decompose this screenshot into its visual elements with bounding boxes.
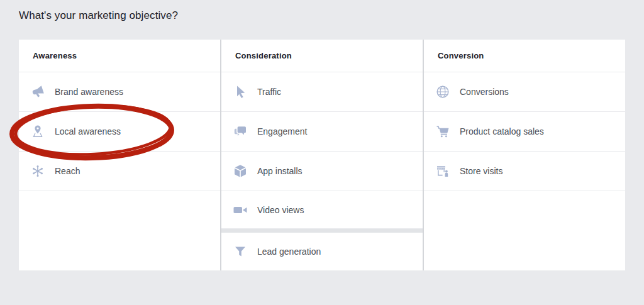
column-conversion: ConversionConversionsProduct catalog sal… <box>424 40 625 270</box>
objective-item-conversions[interactable]: Conversions <box>424 72 625 112</box>
column-awareness: AwarenessBrand awarenessLocal awarenessR… <box>19 40 220 270</box>
objective-table: AwarenessBrand awarenessLocal awarenessR… <box>19 40 625 270</box>
location-pin-icon <box>30 124 45 139</box>
empty-cell <box>424 191 625 270</box>
objective-item-reach[interactable]: Reach <box>19 152 220 191</box>
objective-item-app-installs[interactable]: App installs <box>221 152 423 191</box>
cursor-icon <box>233 84 248 99</box>
objective-item-video-views[interactable]: Video views <box>221 191 423 229</box>
globe-icon <box>435 84 450 99</box>
page-title: What's your marketing objective? <box>19 8 178 23</box>
objective-item-label: Engagement <box>257 126 307 136</box>
objective-item-product-catalog-sales[interactable]: Product catalog sales <box>424 112 625 152</box>
objective-item-label: Local awareness <box>55 126 121 136</box>
objective-item-label: Lead generation <box>257 247 321 257</box>
objective-item-label: Conversions <box>460 87 509 97</box>
objective-item-lead-generation[interactable]: Lead generation <box>221 233 423 270</box>
objective-item-engagement[interactable]: Engagement <box>221 112 423 152</box>
storefront-icon <box>435 164 450 179</box>
objective-selector-screen: What's your marketing objective? Awarene… <box>0 0 644 305</box>
funnel-icon <box>233 244 248 259</box>
column-header-consideration: Consideration <box>221 40 423 72</box>
cube-icon <box>233 164 248 179</box>
objective-item-label: Product catalog sales <box>460 126 544 136</box>
video-camera-icon <box>233 202 248 218</box>
chat-bubbles-icon <box>233 124 248 139</box>
objective-item-label: Video views <box>257 205 304 215</box>
burst-icon <box>30 164 45 179</box>
objective-item-traffic[interactable]: Traffic <box>221 72 423 112</box>
megaphone-icon <box>30 84 45 99</box>
objective-item-label: Traffic <box>257 87 281 97</box>
objective-item-store-visits[interactable]: Store visits <box>424 152 625 191</box>
objective-item-label: Store visits <box>460 166 502 176</box>
objective-item-label: Reach <box>55 166 80 176</box>
column-consideration: ConsiderationTrafficEngagementApp instal… <box>221 40 423 270</box>
shopping-cart-icon <box>435 124 450 139</box>
objective-item-label: App installs <box>257 166 303 176</box>
column-header-awareness: Awareness <box>19 40 220 72</box>
objective-item-label: Brand awareness <box>55 87 123 97</box>
objective-item-brand-awareness[interactable]: Brand awareness <box>19 72 220 112</box>
objective-item-local-awareness[interactable]: Local awareness <box>19 112 220 152</box>
empty-cell <box>19 191 220 270</box>
column-header-conversion: Conversion <box>424 40 625 72</box>
